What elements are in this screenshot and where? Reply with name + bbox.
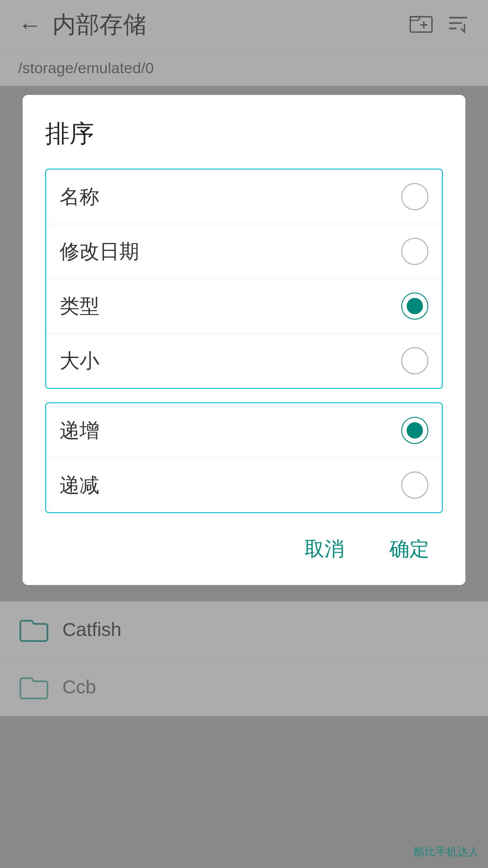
radio-size[interactable] xyxy=(401,347,428,374)
radio-modified-date[interactable] xyxy=(401,238,428,265)
radio-ascending-inner xyxy=(407,422,423,439)
option-type[interactable]: 类型 xyxy=(46,279,442,334)
radio-descending[interactable] xyxy=(401,472,428,499)
sort-by-group: 名称 修改日期 类型 大小 xyxy=(45,169,443,389)
cancel-button[interactable]: 取消 xyxy=(296,531,353,567)
radio-ascending[interactable] xyxy=(401,417,428,444)
option-name-label: 名称 xyxy=(60,184,99,210)
confirm-button[interactable]: 确定 xyxy=(380,531,438,567)
option-descending-label: 递减 xyxy=(60,472,99,499)
option-descending[interactable]: 递减 xyxy=(46,458,442,512)
radio-type-inner xyxy=(407,298,423,314)
option-ascending-label: 递增 xyxy=(60,417,99,444)
option-ascending[interactable]: 递增 xyxy=(46,403,442,458)
option-size-label: 大小 xyxy=(60,348,99,374)
radio-name[interactable] xyxy=(401,183,428,210)
dialog-title: 排序 xyxy=(45,118,443,151)
order-group: 递增 递减 xyxy=(45,402,443,513)
option-name[interactable]: 名称 xyxy=(46,170,442,224)
sort-dialog: 排序 名称 修改日期 类型 大小 递 xyxy=(23,95,465,585)
option-size[interactable]: 大小 xyxy=(46,334,442,388)
option-modified-date-label: 修改日期 xyxy=(60,238,139,265)
radio-type[interactable] xyxy=(401,292,428,320)
watermark: 酷比手机达人 xyxy=(414,844,479,859)
option-modified-date[interactable]: 修改日期 xyxy=(46,224,442,279)
dialog-buttons: 取消 确定 xyxy=(45,531,443,567)
option-type-label: 类型 xyxy=(60,293,99,320)
